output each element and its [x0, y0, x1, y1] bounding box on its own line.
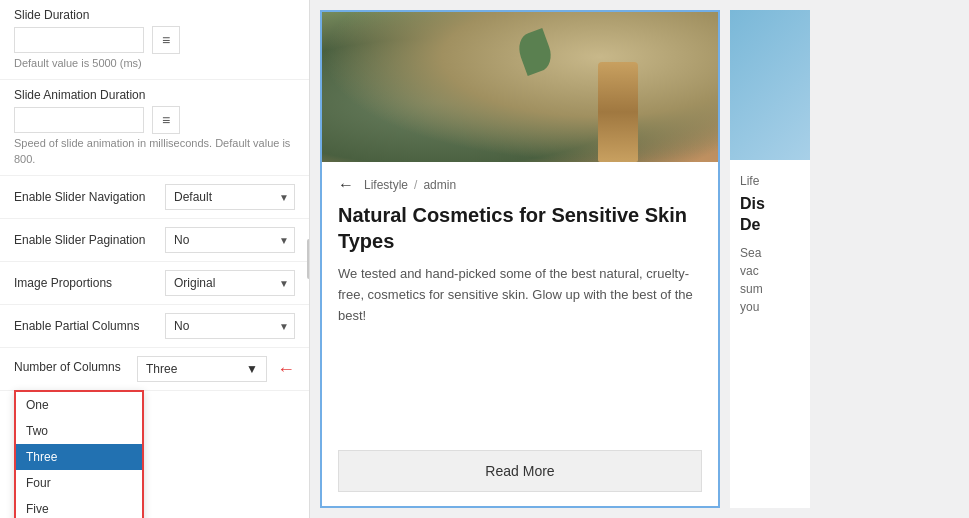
- number-of-columns-label: Number of Columns: [14, 360, 121, 374]
- slide-animation-input[interactable]: [14, 107, 144, 133]
- dropdown-item-one[interactable]: One: [16, 392, 142, 418]
- red-arrow-indicator: ←: [277, 359, 295, 380]
- card-author: admin: [423, 178, 456, 192]
- number-of-columns-trigger[interactable]: Three ▼: [137, 356, 267, 382]
- image-proportions-label: Image Proportions: [14, 276, 112, 290]
- card-category: Lifestyle: [364, 178, 408, 192]
- card-partial-body: Life Dis De Seavacsumyou: [730, 160, 810, 330]
- back-arrow-icon: ←: [338, 176, 354, 194]
- read-more-button[interactable]: Read More: [338, 450, 702, 492]
- slider-navigation-row: Enable Slider Navigation Default Yes No …: [0, 176, 309, 219]
- number-of-columns-chevron-icon: ▼: [246, 362, 258, 376]
- dropdown-item-five[interactable]: Five: [16, 496, 142, 518]
- slide-animation-duration-row: Slide Animation Duration ≡ Speed of slid…: [0, 80, 309, 176]
- slider-navigation-select[interactable]: Default Yes No: [165, 184, 295, 210]
- slider-pagination-select-wrapper: No Yes Default ▼: [165, 227, 295, 253]
- slide-duration-hint: Default value is 5000 (ms): [14, 56, 295, 71]
- dropdown-item-three[interactable]: Three: [16, 444, 142, 470]
- slide-duration-icon-btn[interactable]: ≡: [152, 26, 180, 54]
- slider-pagination-label: Enable Slider Pagination: [14, 233, 145, 247]
- slide-duration-row: Slide Duration ≡ Default value is 5000 (…: [0, 0, 309, 80]
- slider-pagination-row: Enable Slider Pagination No Yes Default …: [0, 219, 309, 262]
- number-of-columns-value: Three: [146, 362, 177, 376]
- meta-separator: /: [414, 178, 417, 192]
- slide-animation-hint: Speed of slide animation in milliseconds…: [14, 136, 295, 167]
- card-image-bg: [322, 12, 718, 162]
- card-image-bottle: [598, 62, 638, 162]
- resize-handle[interactable]: [303, 0, 310, 518]
- partial-columns-select-wrapper: No Yes ▼: [165, 313, 295, 339]
- slide-duration-input[interactable]: [14, 27, 144, 53]
- card-partial-title: Dis De: [740, 194, 800, 236]
- slider-navigation-label: Enable Slider Navigation: [14, 190, 145, 204]
- card-partial-image: [730, 10, 810, 160]
- slide-duration-label: Slide Duration: [14, 8, 295, 22]
- slide-animation-icon-btn[interactable]: ≡: [152, 106, 180, 134]
- card-image: [322, 12, 718, 162]
- partial-columns-row: Enable Partial Columns No Yes ▼: [0, 305, 309, 348]
- number-of-columns-row: Number of Columns Three ▼ ← One Two Thre…: [0, 348, 309, 391]
- dropdown-item-two[interactable]: Two: [16, 418, 142, 444]
- partial-columns-select[interactable]: No Yes: [165, 313, 295, 339]
- blog-card-main: ← Lifestyle / admin Natural Cosmetics fo…: [320, 10, 720, 508]
- card-body: ← Lifestyle / admin Natural Cosmetics fo…: [322, 162, 718, 506]
- card-partial-excerpt: Seavacsumyou: [740, 244, 800, 316]
- dropdown-item-four[interactable]: Four: [16, 470, 142, 496]
- image-proportions-select-wrapper: Original Square Portrait Landscape ▼: [165, 270, 295, 296]
- number-of-columns-dropdown[interactable]: One Two Three Four Five Six Eight Defaul…: [14, 390, 144, 518]
- slider-navigation-select-wrapper: Default Yes No ▼: [165, 184, 295, 210]
- settings-panel: Slide Duration ≡ Default value is 5000 (…: [0, 0, 310, 518]
- blog-card-partial: Life Dis De Seavacsumyou: [730, 10, 810, 508]
- card-excerpt: We tested and hand-picked some of the be…: [338, 264, 702, 434]
- slide-animation-label: Slide Animation Duration: [14, 88, 295, 102]
- image-proportions-select[interactable]: Original Square Portrait Landscape: [165, 270, 295, 296]
- card-meta: ← Lifestyle / admin: [338, 176, 702, 194]
- card-title: Natural Cosmetics for Sensitive Skin Typ…: [338, 202, 702, 254]
- slider-pagination-select[interactable]: No Yes Default: [165, 227, 295, 253]
- card-partial-meta: Life: [740, 174, 800, 188]
- partial-columns-label: Enable Partial Columns: [14, 319, 139, 333]
- preview-panel: ← Lifestyle / admin Natural Cosmetics fo…: [310, 0, 969, 518]
- image-proportions-row: Image Proportions Original Square Portra…: [0, 262, 309, 305]
